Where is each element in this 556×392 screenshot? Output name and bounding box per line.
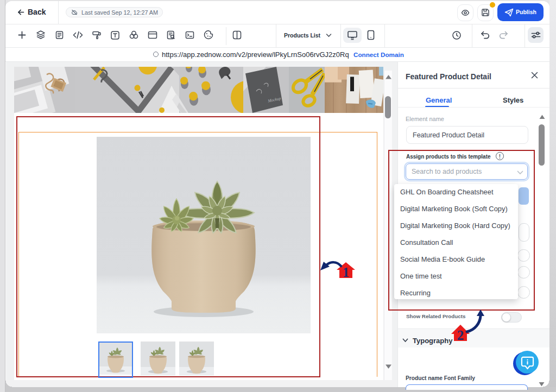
- svg-text:1: 1: [343, 265, 350, 280]
- svg-text:2: 2: [457, 328, 464, 343]
